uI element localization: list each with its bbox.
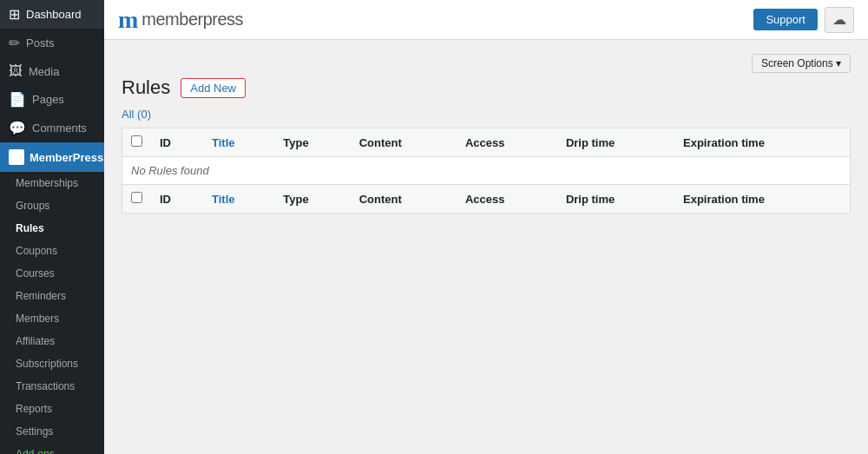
- sidebar-item-reminders[interactable]: Reminders: [0, 285, 104, 307]
- th-id: ID: [151, 128, 203, 157]
- sidebar-item-media[interactable]: 🖼 Media: [0, 57, 104, 85]
- filter-row: All (0): [122, 108, 851, 121]
- th-type: Type: [274, 128, 350, 157]
- screen-options-button[interactable]: Screen Options ▾: [752, 54, 851, 73]
- tfoot-access: Access: [457, 185, 557, 214]
- th-access: Access: [457, 128, 557, 157]
- memberpress-label: MemberPress: [30, 151, 103, 164]
- no-items-cell: No Rules found: [122, 157, 851, 185]
- filter-all-text: All: [122, 108, 134, 121]
- tfoot-title-link[interactable]: Title: [212, 193, 235, 206]
- th-content: Content: [351, 128, 457, 157]
- sidebar-label-comments: Comments: [32, 122, 87, 135]
- posts-icon: ✏: [9, 35, 20, 51]
- memberpress-icon: [9, 149, 24, 165]
- table-footer-row: ID Title Type Content Access Drip time E…: [122, 185, 851, 214]
- page-title: Rules: [122, 76, 170, 99]
- tfoot-type: Type: [274, 185, 350, 214]
- no-items-row: No Rules found: [122, 157, 851, 185]
- media-icon: 🖼: [9, 63, 23, 79]
- tfoot-content: Content: [351, 185, 457, 214]
- filter-all-link[interactable]: All (0): [122, 108, 151, 121]
- cloud-icon: ☁: [832, 11, 846, 28]
- sidebar-item-groups[interactable]: Groups: [0, 194, 104, 217]
- tfoot-checkbox: [122, 185, 152, 214]
- sidebar-item-memberships[interactable]: Memberships: [0, 172, 104, 194]
- cloud-button[interactable]: ☁: [825, 7, 854, 33]
- sidebar-item-pages[interactable]: 📄 Pages: [0, 85, 104, 114]
- logo: m memberpress: [118, 6, 243, 34]
- th-expiration-time: Expiration time: [674, 128, 851, 157]
- th-checkbox: [122, 128, 152, 157]
- sidebar-label-media: Media: [29, 65, 59, 78]
- th-title-link[interactable]: Title: [212, 136, 235, 149]
- topbar-actions: Support ☁: [753, 7, 854, 33]
- page-title-row: Rules Add New: [122, 76, 851, 99]
- support-button[interactable]: Support: [753, 9, 818, 30]
- tfoot-title: Title: [203, 185, 274, 214]
- main-area: m memberpress Support ☁ Screen Options ▾…: [104, 0, 868, 454]
- sidebar-item-members[interactable]: Members: [0, 307, 104, 330]
- sidebar-item-courses[interactable]: Courses: [0, 262, 104, 285]
- topbar: m memberpress Support ☁: [104, 0, 868, 40]
- sidebar-label-pages: Pages: [32, 93, 64, 106]
- table-header-row: ID Title Type Content Access Drip time E…: [122, 128, 851, 157]
- memberpress-section-header: MemberPress: [0, 142, 104, 172]
- comments-icon: 💬: [9, 120, 26, 136]
- sidebar-item-posts[interactable]: ✏ Posts: [0, 29, 104, 57]
- pages-icon: 📄: [9, 91, 26, 108]
- sidebar-item-coupons[interactable]: Coupons: [0, 240, 104, 262]
- sidebar-label-posts: Posts: [26, 36, 55, 49]
- filter-count: (0): [137, 108, 151, 121]
- sidebar-item-comments[interactable]: 💬 Comments: [0, 114, 104, 142]
- sidebar-item-settings[interactable]: Settings: [0, 420, 104, 443]
- screen-options-row: Screen Options ▾: [122, 54, 851, 73]
- th-title: Title: [203, 128, 274, 157]
- sidebar: ⊞ Dashboard ✏ Posts 🖼 Media 📄 Pages 💬 Co…: [0, 0, 104, 454]
- logo-m: m: [118, 6, 138, 34]
- sidebar-item-rules[interactable]: Rules: [0, 217, 104, 240]
- select-all-checkbox[interactable]: [131, 135, 142, 147]
- sidebar-item-dashboard[interactable]: ⊞ Dashboard: [0, 0, 104, 29]
- rules-table: ID Title Type Content Access Drip time E…: [122, 128, 851, 214]
- select-all-checkbox-footer[interactable]: [131, 192, 142, 203]
- logo-text: memberpress: [141, 10, 243, 30]
- sidebar-label-dashboard: Dashboard: [26, 8, 82, 21]
- sidebar-item-subscriptions[interactable]: Subscriptions: [0, 352, 104, 375]
- sidebar-item-affiliates[interactable]: Affiliates: [0, 330, 104, 352]
- tfoot-expiration-time: Expiration time: [674, 185, 851, 214]
- tfoot-id: ID: [151, 185, 203, 214]
- add-new-button[interactable]: Add New: [181, 78, 246, 98]
- content-area: Screen Options ▾ Rules Add New All (0) I…: [104, 40, 868, 454]
- sidebar-item-addons[interactable]: Add-ons: [0, 443, 104, 454]
- sidebar-item-transactions[interactable]: Transactions: [0, 375, 104, 398]
- tfoot-drip-time: Drip time: [557, 185, 674, 214]
- sidebar-item-reports[interactable]: Reports: [0, 398, 104, 420]
- dashboard-icon: ⊞: [9, 6, 20, 23]
- th-drip-time: Drip time: [557, 128, 674, 157]
